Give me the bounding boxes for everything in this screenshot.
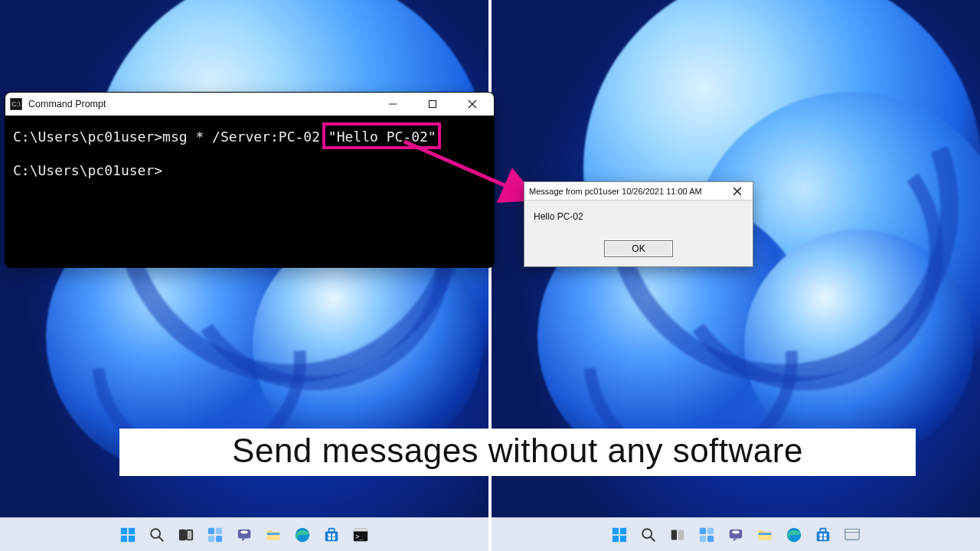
- cmd-app-icon: C:\: [10, 98, 22, 110]
- store-icon[interactable]: [812, 524, 834, 546]
- caption-text: Send messages without any software: [119, 429, 916, 476]
- svg-rect-20: [332, 533, 335, 536]
- svg-rect-33: [678, 530, 684, 540]
- svg-rect-52: [430, 101, 436, 108]
- svg-rect-38: [730, 529, 743, 538]
- svg-rect-32: [671, 530, 677, 540]
- svg-rect-39: [732, 530, 739, 533]
- search-icon[interactable]: [146, 524, 168, 546]
- svg-rect-29: [620, 535, 626, 541]
- prompt-text: C:\Users\pc01user>: [13, 129, 162, 145]
- svg-rect-41: [759, 533, 772, 535]
- dialog-footer: OK: [524, 236, 753, 266]
- minimize-button[interactable]: [376, 93, 410, 115]
- svg-rect-48: [824, 536, 827, 540]
- file-explorer-icon[interactable]: [263, 524, 284, 546]
- terminal-body[interactable]: C:\Users\pc01user>msg * /Server:PC-02 "H…: [5, 116, 494, 192]
- command-prompt-window[interactable]: C:\ Command Prompt C:\Users\pc01user>msg…: [5, 92, 495, 268]
- svg-rect-10: [208, 535, 214, 541]
- close-button[interactable]: [456, 93, 489, 115]
- taskbar: [492, 517, 980, 551]
- taskbar: >_: [0, 517, 488, 551]
- svg-rect-15: [267, 533, 280, 535]
- svg-rect-3: [129, 535, 135, 541]
- svg-rect-28: [612, 535, 619, 541]
- store-icon[interactable]: [321, 524, 342, 546]
- svg-rect-7: [187, 530, 192, 540]
- command-highlighted-text: "Hello PC-02": [328, 129, 436, 145]
- svg-rect-36: [700, 535, 706, 541]
- dialog-titlebar[interactable]: Message from pc01user 10/26/2021 11:00 A…: [524, 182, 753, 201]
- edge-icon[interactable]: [292, 524, 313, 546]
- chat-icon[interactable]: [234, 524, 255, 546]
- taskview-icon[interactable]: [175, 524, 197, 546]
- svg-rect-19: [328, 533, 331, 536]
- close-button[interactable]: [727, 183, 748, 200]
- command-text: msg * /Server:PC-02: [162, 129, 328, 145]
- start-icon[interactable]: [609, 524, 630, 546]
- maximize-button[interactable]: [416, 93, 449, 115]
- svg-rect-21: [328, 536, 331, 540]
- chat-icon[interactable]: [725, 524, 746, 546]
- taskview-icon[interactable]: [667, 524, 688, 546]
- svg-rect-37: [707, 535, 714, 541]
- message-dialog[interactable]: Message from pc01user 10/26/2021 11:00 A…: [524, 181, 753, 267]
- svg-rect-12: [238, 529, 251, 538]
- dialog-title: Message from pc01user 10/26/2021 11:00 A…: [529, 187, 702, 196]
- terminal-icon[interactable]: >_: [350, 524, 371, 546]
- svg-rect-8: [208, 527, 214, 533]
- svg-line-31: [651, 536, 655, 541]
- svg-rect-13: [240, 530, 247, 533]
- terminal-line-1: C:\Users\pc01user>msg * /Server:PC-02 "H…: [13, 126, 486, 148]
- edge-icon[interactable]: [783, 524, 805, 546]
- svg-rect-35: [707, 527, 714, 533]
- svg-rect-18: [328, 528, 334, 532]
- svg-rect-17: [325, 531, 338, 541]
- svg-rect-11: [216, 535, 222, 541]
- svg-line-5: [159, 536, 164, 541]
- svg-rect-27: [620, 527, 626, 533]
- svg-rect-1: [129, 527, 135, 533]
- widgets-icon[interactable]: [204, 524, 226, 546]
- svg-rect-50: [845, 529, 859, 532]
- svg-rect-2: [121, 535, 127, 541]
- ok-button[interactable]: OK: [604, 240, 673, 257]
- svg-rect-45: [819, 533, 822, 536]
- svg-rect-0: [121, 527, 127, 533]
- dialog-body: Hello PC-02: [524, 201, 753, 236]
- svg-text:>_: >_: [356, 532, 364, 540]
- svg-rect-47: [819, 536, 822, 540]
- svg-rect-44: [820, 528, 825, 532]
- svg-rect-22: [332, 536, 335, 540]
- start-icon[interactable]: [117, 524, 139, 546]
- terminal-line-2: C:\Users\pc01user>: [13, 160, 486, 181]
- svg-rect-9: [216, 527, 222, 533]
- file-explorer-icon[interactable]: [754, 524, 776, 546]
- svg-rect-34: [700, 527, 706, 533]
- svg-rect-6: [180, 530, 185, 540]
- widgets-icon[interactable]: [696, 524, 717, 546]
- message-popup-icon[interactable]: [841, 524, 863, 546]
- svg-rect-43: [817, 531, 830, 541]
- svg-rect-46: [824, 533, 827, 536]
- svg-rect-26: [612, 527, 619, 533]
- svg-point-4: [151, 529, 160, 538]
- prompt-text: C:\Users\pc01user>: [13, 162, 162, 178]
- svg-rect-24: [354, 528, 368, 531]
- window-title: Command Prompt: [28, 99, 106, 109]
- window-titlebar[interactable]: C:\ Command Prompt: [5, 93, 494, 116]
- search-icon[interactable]: [638, 524, 659, 546]
- svg-point-30: [642, 529, 652, 538]
